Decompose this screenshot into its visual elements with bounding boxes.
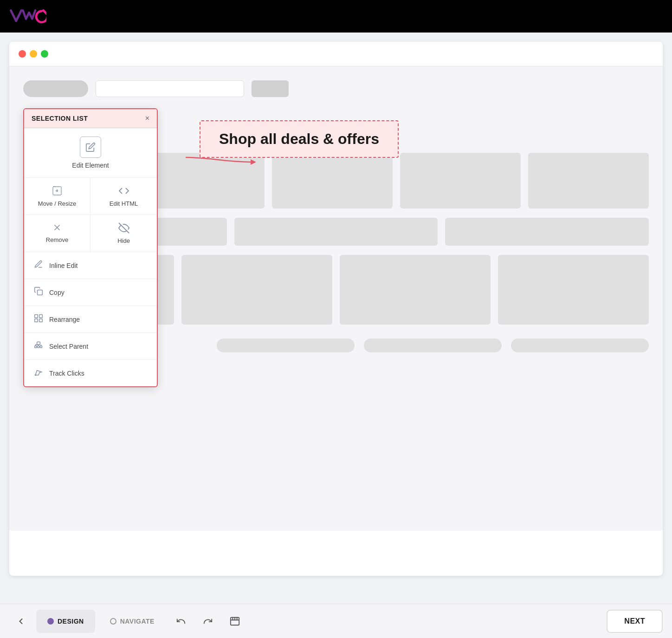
rearrange-label: Rearrange: [49, 316, 80, 323]
selection-list-title: SELECTION LIST: [32, 115, 88, 122]
page-content: Shop all deals & offers: [9, 66, 663, 531]
back-button[interactable]: [9, 610, 32, 633]
hide-button[interactable]: Hide: [90, 215, 157, 252]
hide-label: Hide: [117, 237, 130, 244]
edit-element-label: Edit Element: [72, 162, 109, 169]
design-tab-dot: [47, 618, 54, 625]
navigate-tab[interactable]: NAVIGATE: [99, 610, 166, 633]
skel-block-7: [445, 218, 649, 246]
next-button[interactable]: NEXT: [607, 610, 663, 633]
selection-list-header: SELECTION LIST ×: [24, 109, 157, 128]
svg-point-15: [35, 375, 36, 376]
svg-rect-7: [35, 315, 38, 318]
svg-rect-6: [38, 290, 43, 295]
rearrange-button[interactable]: Rearrange: [24, 306, 157, 333]
design-tab-label: DESIGN: [58, 618, 84, 625]
nav-skel-btn: [252, 80, 289, 97]
edit-pencil-icon: [85, 142, 96, 152]
copy-label: Copy: [49, 289, 65, 296]
svg-rect-14: [37, 342, 40, 345]
hide-icon: [118, 222, 129, 234]
svg-rect-12: [38, 346, 39, 348]
vwo-logo: [9, 6, 46, 27]
nav-skeleton-row: [23, 80, 649, 97]
navigate-tab-label: NAVIGATE: [120, 618, 155, 625]
browser-titlebar: [9, 42, 663, 66]
edit-element-button[interactable]: Edit Element: [24, 128, 157, 178]
copy-button[interactable]: Copy: [24, 279, 157, 306]
move-resize-label: Move / Resize: [38, 200, 76, 207]
navigate-tab-dot: [110, 618, 116, 625]
selection-grid-bottom: Remove Hide: [24, 215, 157, 252]
edit-html-button[interactable]: Edit HTML: [90, 178, 157, 215]
screenshot-button[interactable]: [223, 610, 246, 633]
select-parent-button[interactable]: Select Parent: [24, 333, 157, 360]
move-resize-icon: [52, 185, 63, 196]
rearrange-icon: [33, 313, 44, 325]
svg-rect-8: [39, 315, 43, 318]
track-clicks-label: Track Clicks: [49, 370, 84, 377]
select-parent-icon: [33, 340, 44, 352]
remove-icon: [52, 222, 62, 233]
top-bar: [0, 0, 672, 33]
svg-rect-10: [39, 319, 43, 322]
nav-skel-pill: [23, 80, 88, 97]
track-clicks-icon: [33, 367, 44, 379]
selection-grid-top: Move / Resize Edit HTML: [24, 178, 157, 215]
inline-edit-icon: [33, 260, 44, 271]
copy-icon: [33, 286, 44, 298]
edit-html-icon: [118, 185, 129, 196]
skel-block-3: [400, 153, 521, 208]
skel-block-11: [498, 255, 649, 325]
browser-dot-red: [19, 50, 26, 58]
browser-dot-yellow: [30, 50, 37, 58]
browser-dot-green: [41, 50, 48, 58]
main-area: Shop all deals & offers: [0, 33, 672, 604]
remove-label: Remove: [46, 236, 68, 243]
edit-html-label: Edit HTML: [110, 200, 138, 207]
selection-list-close-button[interactable]: ×: [145, 115, 149, 122]
skel-block-2: [272, 153, 393, 208]
browser-window: Shop all deals & offers: [9, 42, 663, 576]
track-clicks-button[interactable]: Track Clicks: [24, 360, 157, 386]
svg-rect-9: [35, 319, 38, 322]
highlighted-element[interactable]: Shop all deals & offers: [200, 120, 399, 158]
undo-button[interactable]: [169, 610, 193, 633]
svg-rect-11: [35, 346, 37, 348]
svg-line-0: [43, 10, 46, 14]
design-tab[interactable]: DESIGN: [36, 610, 95, 633]
highlighted-text: Shop all deals & offers: [219, 130, 379, 147]
skel-block-4: [528, 153, 649, 208]
selection-list-popup: SELECTION LIST × Edit Element: [23, 108, 158, 387]
skel-block-9: [181, 255, 332, 325]
skel-block-6: [234, 218, 438, 246]
select-parent-label: Select Parent: [49, 343, 88, 350]
skel-pill-3: [364, 339, 502, 352]
nav-skel-input: [96, 80, 244, 97]
skel-pill-2: [217, 339, 355, 352]
bottom-toolbar: DESIGN NAVIGATE NEXT: [0, 604, 672, 638]
inline-edit-label: Inline Edit: [49, 262, 78, 269]
skel-pill-4: [511, 339, 649, 352]
svg-rect-13: [40, 346, 42, 348]
remove-button[interactable]: Remove: [24, 215, 90, 252]
skel-block-10: [340, 255, 491, 325]
edit-element-icon-box: [80, 137, 101, 158]
redo-button[interactable]: [196, 610, 220, 633]
inline-edit-button[interactable]: Inline Edit: [24, 252, 157, 279]
move-resize-button[interactable]: Move / Resize: [24, 178, 90, 215]
